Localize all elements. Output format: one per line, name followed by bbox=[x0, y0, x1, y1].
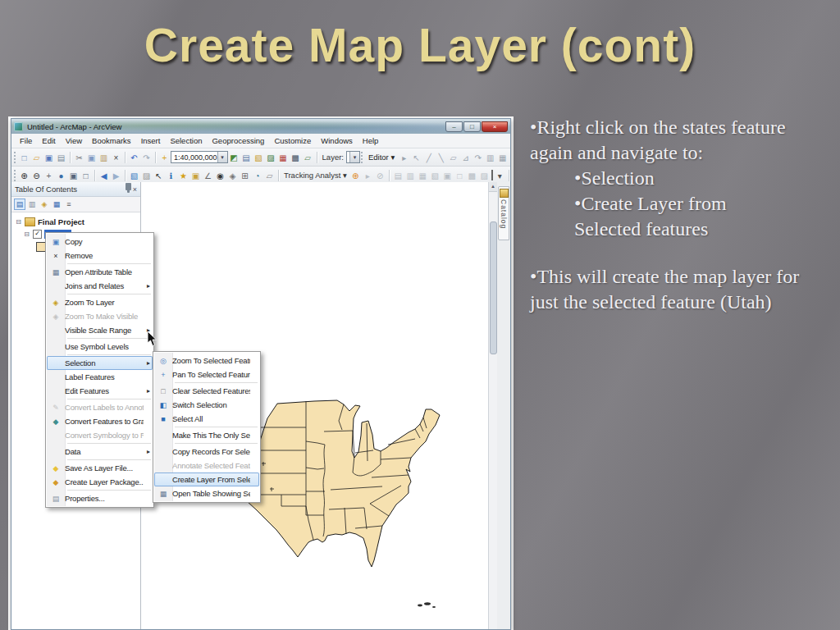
undo-icon[interactable]: ↶ bbox=[128, 152, 140, 164]
full-extent-icon[interactable]: ● bbox=[55, 170, 67, 182]
arctoolbox-icon[interactable]: ▦ bbox=[277, 152, 290, 164]
menu-view[interactable]: View bbox=[61, 136, 87, 145]
scale-combobox[interactable]: 1:40,000,000 ▾ bbox=[171, 151, 228, 163]
menu-item-make-this-the-only-selectable-layer[interactable]: Make This The Only Selectable Layer bbox=[154, 428, 259, 442]
topology-icon-2[interactable]: ▥ bbox=[404, 170, 417, 182]
sketch-properties-icon[interactable]: ▦ bbox=[496, 152, 509, 164]
back-extent-icon[interactable]: ◀ bbox=[98, 170, 110, 182]
topology-icon-3[interactable]: ▦ bbox=[417, 170, 429, 182]
list-by-visibility-icon[interactable]: ◈ bbox=[39, 199, 50, 210]
tracking-playback-icon[interactable]: ▸ bbox=[362, 170, 374, 182]
layer-combobox[interactable]: ▾ bbox=[346, 151, 360, 163]
zoom-out-icon[interactable]: ⊖ bbox=[30, 170, 43, 182]
pin-icon[interactable] bbox=[127, 185, 130, 193]
chevron-down-icon[interactable]: ▾ bbox=[349, 152, 359, 162]
add-data-icon[interactable]: + bbox=[158, 152, 171, 164]
menu-edit[interactable]: Edit bbox=[37, 136, 60, 145]
topology-icon-1[interactable]: ▤ bbox=[392, 170, 404, 182]
copy-icon[interactable]: ▣ bbox=[85, 152, 98, 164]
edit-vertices-icon[interactable]: ↖ bbox=[410, 152, 422, 164]
catalog-window-icon[interactable]: ▧ bbox=[253, 152, 265, 164]
topology-icon-4[interactable]: ▧ bbox=[429, 170, 441, 182]
attributes-icon[interactable]: ▥ bbox=[484, 152, 496, 164]
menu-item-save-as-layer-file[interactable]: ◆ Save As Layer File... bbox=[47, 461, 153, 475]
maximize-button[interactable]: □ bbox=[463, 121, 481, 132]
menu-item-create-layer-from-selected-features[interactable]: Create Layer From Selected Features bbox=[154, 472, 259, 486]
menu-item-convert-features-to-graphics[interactable]: ◆ Convert Features to Graphics... bbox=[47, 414, 153, 428]
menu-file[interactable]: File bbox=[15, 136, 37, 145]
list-by-selection-icon[interactable]: ▦ bbox=[51, 199, 62, 210]
list-by-drawing-order-icon[interactable]: ▤ bbox=[14, 199, 25, 210]
menu-item-remove[interactable]: × Remove bbox=[47, 249, 153, 262]
menu-item-select-all[interactable]: ■ Select All bbox=[154, 412, 259, 426]
menu-selection[interactable]: Selection bbox=[165, 136, 207, 145]
toolbar-grip[interactable] bbox=[14, 170, 16, 181]
modelbuilder-icon[interactable]: ▱ bbox=[302, 152, 314, 164]
pan-icon[interactable]: + bbox=[43, 170, 55, 182]
toolbar-grip[interactable] bbox=[361, 152, 363, 163]
menu-item-joins-and-relates[interactable]: Joins and Relates ▸ bbox=[47, 279, 153, 293]
menu-item-label-features[interactable]: Label Features bbox=[47, 370, 153, 384]
paste-icon[interactable]: ▥ bbox=[98, 152, 110, 164]
menu-item-use-symbol-levels[interactable]: Use Symbol Levels bbox=[47, 340, 153, 354]
tracking-options-icon[interactable]: ⊘ bbox=[374, 170, 386, 182]
topology-icon-7[interactable]: ▩ bbox=[466, 170, 478, 182]
collapse-icon[interactable]: ⊟ bbox=[15, 218, 22, 226]
menu-item-open-table-showing-selected-features[interactable]: ▦ Open Table Showing Selected Features bbox=[154, 486, 259, 500]
layer-visibility-checkbox[interactable]: ✓ bbox=[33, 230, 42, 239]
new-map-icon[interactable]: □ bbox=[18, 152, 30, 164]
menu-bookmarks[interactable]: Bookmarks bbox=[87, 136, 136, 145]
toc-header[interactable]: Table Of Contents × bbox=[11, 182, 140, 197]
chevron-down-icon[interactable]: ▾ bbox=[217, 152, 227, 162]
search-window-icon[interactable]: ▨ bbox=[265, 152, 277, 164]
menu-item-switch-selection[interactable]: ◧ Switch Selection bbox=[154, 398, 259, 412]
cut-icon[interactable]: ✂ bbox=[73, 152, 85, 164]
close-button[interactable]: × bbox=[482, 121, 508, 132]
find-icon[interactable]: ◉ bbox=[214, 170, 226, 182]
time-slider-icon[interactable]: ◔ bbox=[251, 170, 263, 182]
menu-item-create-layer-package[interactable]: ◆ Create Layer Package... bbox=[47, 475, 153, 489]
open-map-icon[interactable]: ▱ bbox=[30, 152, 43, 164]
topology-icon-8[interactable]: ▨ bbox=[478, 170, 491, 182]
fixed-zoom-out-icon[interactable]: □ bbox=[80, 170, 92, 182]
redo-icon[interactable]: ↷ bbox=[140, 152, 153, 164]
menu-item-properties[interactable]: ▤ Properties... bbox=[47, 491, 153, 505]
find-route-icon[interactable]: ◈ bbox=[226, 170, 239, 182]
minimize-button[interactable]: – bbox=[445, 121, 463, 132]
scrollbar-thumb[interactable] bbox=[490, 221, 497, 354]
menu-item-pan-to-selected-features[interactable]: + Pan To Selected Features bbox=[154, 368, 259, 381]
selection-color-swatch[interactable] bbox=[491, 170, 493, 180]
hyperlink-icon[interactable]: ★ bbox=[177, 170, 189, 182]
clear-selection-icon[interactable]: ▨ bbox=[140, 170, 153, 182]
select-by-rectangle-icon[interactable]: ▧ bbox=[128, 170, 140, 182]
menu-item-copy[interactable]: ▣ Copy bbox=[47, 235, 153, 249]
menu-item-zoom-to-layer[interactable]: ◈ Zoom To Layer bbox=[47, 295, 153, 309]
topology-icon-6[interactable]: □ bbox=[454, 170, 466, 182]
add-tracking-data-icon[interactable]: ⊕ bbox=[349, 170, 362, 182]
editor-menu-button[interactable]: Editor ▾ bbox=[368, 153, 395, 162]
menu-item-selection[interactable]: Selection ▸ bbox=[47, 356, 153, 370]
topology-icon-5[interactable]: ▣ bbox=[441, 170, 454, 182]
rotate-tool-icon[interactable]: ↷ bbox=[472, 152, 484, 164]
window-titlebar[interactable]: Untitled - ArcMap - ArcView – □ × bbox=[11, 119, 510, 134]
editor-tool-icon[interactable]: ◩ bbox=[228, 152, 240, 164]
table-of-contents-window-icon[interactable]: ▤ bbox=[240, 152, 253, 164]
data-frame-row[interactable]: ⊟ Final Project bbox=[15, 216, 140, 228]
menu-customize[interactable]: Customize bbox=[269, 136, 316, 145]
trace-tool-icon[interactable]: ▱ bbox=[447, 152, 459, 164]
menu-item-open-attribute-table[interactable]: ▦ Open Attribute Table bbox=[47, 265, 153, 279]
html-popup-icon[interactable]: ▣ bbox=[189, 170, 202, 182]
python-window-icon[interactable]: ▩ bbox=[290, 152, 302, 164]
delete-icon[interactable]: × bbox=[110, 152, 122, 164]
menu-help[interactable]: Help bbox=[358, 136, 384, 145]
menu-geoprocessing[interactable]: Geoprocessing bbox=[207, 136, 269, 145]
close-icon[interactable]: × bbox=[133, 185, 137, 194]
menu-item-edit-features[interactable]: Edit Features ▸ bbox=[47, 384, 153, 398]
select-elements-icon[interactable]: ↖ bbox=[153, 170, 165, 182]
swatch-dropdown-icon[interactable]: ▾ bbox=[494, 170, 506, 182]
catalog-tab[interactable]: Catalog bbox=[498, 186, 509, 240]
edit-arrow-icon[interactable]: ▸ bbox=[398, 152, 410, 164]
zoom-in-icon[interactable]: ⊕ bbox=[18, 170, 30, 182]
toc-options-icon[interactable]: ≡ bbox=[63, 199, 75, 210]
scroll-up-icon[interactable]: ▲ bbox=[489, 182, 497, 192]
